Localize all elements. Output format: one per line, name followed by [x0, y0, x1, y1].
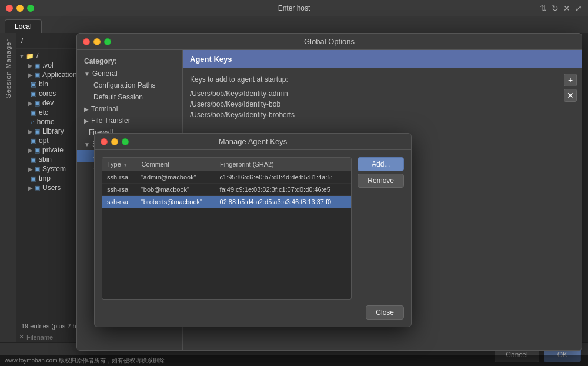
watermark: www.toymoban.com 版权归原作者所有，如有侵权请联系删除 [0, 355, 588, 366]
manage-keys-title-bar: Manage Agent Keys [95, 134, 411, 150]
category-item-terminal[interactable]: ▶ Terminal [77, 103, 182, 115]
dialog-close-button[interactable] [83, 38, 90, 45]
cell-type-3: ssh-rsa [102, 196, 136, 208]
dialog-traffic-lights [83, 38, 111, 45]
manage-keys-title: Manage Agent Keys [219, 137, 287, 146]
manage-keys-action-buttons: Add... Remove [358, 157, 404, 300]
key-item-2: /Users/bob/Keys/Identity-bob [190, 99, 574, 109]
maximize-button[interactable] [27, 5, 34, 12]
dialog-maximize-button[interactable] [104, 38, 111, 45]
global-options-title: Global Options [304, 37, 355, 46]
key-item-3: /Users/bob/Keys/Identity-broberts [190, 109, 574, 120]
minimize-button[interactable] [16, 5, 24, 12]
options-header: Agent Keys [183, 50, 582, 68]
cell-comment-1: "admin@macbook" [136, 171, 215, 184]
category-item-default-session[interactable]: Default Session [77, 91, 182, 103]
close-row: Close [102, 305, 404, 320]
tab-local[interactable]: Local [5, 19, 42, 33]
table-row-selected[interactable]: ssh-rsa "broberts@macbook" 02:88:b5:d4:a… [102, 196, 351, 208]
cell-fingerprint-1: c1:95:86:d6:e0:b7:d8:4d:de:b5:81:4a:5: [215, 171, 352, 184]
table-row[interactable]: ssh-rsa "admin@macbook" c1:95:86:d6:e0:b… [102, 171, 351, 184]
options-key-list: /Users/bob/Keys/Identity-admin /Users/bo… [190, 88, 574, 120]
cell-comment-3: "broberts@macbook" [136, 196, 215, 208]
remove-key-action-button[interactable]: Remove [358, 174, 404, 188]
session-manager-label: Session Manager [5, 39, 12, 98]
filter-clear-button[interactable]: ✕ [19, 333, 24, 341]
col-comment: Comment [136, 158, 215, 171]
title-bar-controls [6, 5, 34, 12]
cell-fingerprint-2: fa:49:c9:1e:03:82:3f:c1:07:d0:d0:46:e5 [215, 184, 352, 196]
close-button[interactable] [6, 5, 13, 12]
session-manager: Session Manager [0, 33, 16, 342]
cell-type-1: ssh-rsa [102, 171, 136, 184]
col-fingerprint: Fingerprint (SHA2) [215, 158, 352, 171]
manage-keys-close-action-button[interactable]: Close [366, 305, 404, 320]
cell-fingerprint-3: 02:88:b5:d4:a2:d5:a3:a3:46:f8:13:37:f0 [215, 196, 352, 208]
category-item-file-transfer[interactable]: ▶ File Transfer [77, 115, 182, 127]
keys-table-wrapper: Type ▾ Comment Fingerprint (SHA2) ssh-rs… [102, 157, 352, 300]
add-key-button[interactable]: + [564, 74, 577, 86]
manage-keys-traffic-lights [101, 138, 129, 145]
options-subtitle: Keys to add to agent at startup: [190, 75, 574, 84]
category-item-general[interactable]: ▼ General [77, 68, 182, 79]
table-row[interactable]: ssh-rsa "bob@macbook" fa:49:c9:1e:03:82:… [102, 184, 351, 196]
app-window: Enter host ⇅ ↻ ✕ ⤢ Local Session Manager… [0, 0, 588, 366]
key-item-1: /Users/bob/Keys/Identity-admin [190, 88, 574, 99]
title-bar: Enter host ⇅ ↻ ✕ ⤢ [0, 0, 588, 16]
cell-type-2: ssh-rsa [102, 184, 136, 196]
manage-keys-body: Type ▾ Comment Fingerprint (SHA2) ssh-rs… [95, 150, 411, 327]
category-label: Category: [77, 55, 182, 68]
dialog-minimize-button[interactable] [93, 38, 101, 45]
expand-icon[interactable]: ⤢ [575, 4, 582, 13]
keys-table: Type ▾ Comment Fingerprint (SHA2) ssh-rs… [102, 158, 351, 208]
manage-keys-maximize-button[interactable] [122, 138, 129, 145]
manage-keys-close-button[interactable] [101, 138, 108, 145]
title-bar-right: ⇅ ↻ ✕ ⤢ [540, 4, 582, 13]
col-type: Type ▾ [102, 158, 136, 171]
close-icon[interactable]: ✕ [563, 4, 570, 13]
refresh-icon[interactable]: ↻ [552, 4, 559, 13]
keys-table-body: ssh-rsa "admin@macbook" c1:95:86:d6:e0:b… [102, 171, 351, 208]
keys-table-header: Type ▾ Comment Fingerprint (SHA2) [102, 158, 351, 171]
app-title: Enter host [278, 4, 310, 12]
cell-comment-2: "bob@macbook" [136, 184, 215, 196]
tab-bar: Local [0, 16, 588, 33]
sort-arrow-icon[interactable]: ▾ [124, 162, 127, 168]
main-content: Session Manager / ▼ 📁 / ▶ ▣ .vol ▶ [0, 33, 588, 342]
add-key-action-button[interactable]: Add... [358, 157, 404, 171]
global-options-title-bar: Global Options [77, 34, 582, 50]
manage-keys-dialog: Manage Agent Keys Type ▾ [94, 133, 412, 327]
remove-key-button[interactable]: ✕ [564, 89, 577, 102]
sort-icon[interactable]: ⇅ [540, 4, 547, 13]
category-item-config-paths[interactable]: Configuration Paths [77, 79, 182, 91]
manage-keys-minimize-button[interactable] [111, 138, 118, 145]
